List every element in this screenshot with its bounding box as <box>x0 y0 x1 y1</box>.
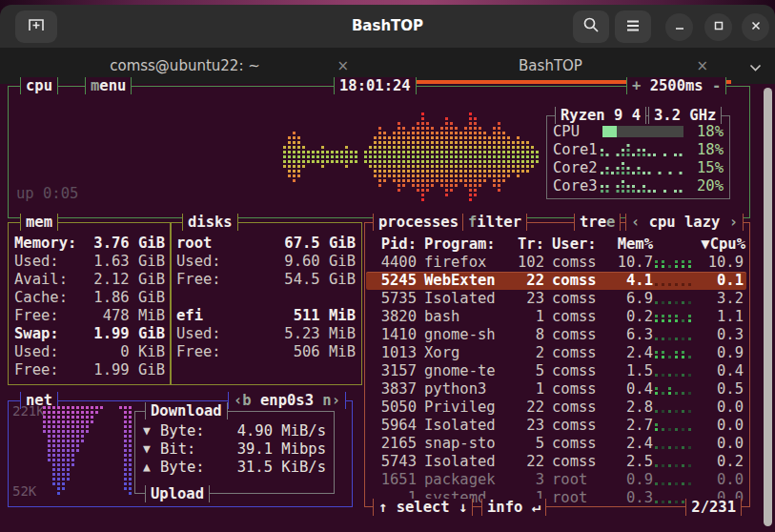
process-user: comss <box>552 308 611 326</box>
process-pid: 5245 <box>369 272 417 290</box>
menu-button[interactable]: menu <box>85 77 132 94</box>
interface-next-button[interactable]: n› <box>322 392 340 409</box>
stat-value: 0 KiB <box>120 343 165 361</box>
sort-prev-button[interactable]: ‹ <box>631 214 640 231</box>
process-cpu-sparkline <box>653 290 699 308</box>
process-row[interactable]: 3837python31comss0.40.5 <box>366 380 746 399</box>
process-row[interactable]: 5743Isolated22comss2.50.2 <box>366 453 746 471</box>
header-pid[interactable]: Pid: <box>369 235 417 254</box>
process-threads: 8 <box>512 326 544 344</box>
chevron-down-icon <box>749 59 762 74</box>
header-user[interactable]: User: <box>552 235 611 254</box>
terminal-scrollbar[interactable] <box>764 88 772 526</box>
close-button[interactable] <box>742 13 769 41</box>
header-mem[interactable]: Mem% <box>611 235 653 254</box>
stat-row: Cache:1.86 GiB <box>9 289 171 307</box>
header-program[interactable]: Program: <box>424 235 512 254</box>
process-cpu: 0.2 <box>699 453 744 471</box>
tree-hotkey: e <box>606 214 615 231</box>
core-graph <box>602 126 683 137</box>
spacer-row <box>171 289 361 307</box>
stat-label: Used: <box>14 253 59 271</box>
process-mem: 2.7 <box>611 417 653 435</box>
process-row[interactable]: 2165snap-sto5comss2.40.0 <box>366 435 746 453</box>
sort-next-button[interactable]: › <box>729 214 738 231</box>
process-mem: 10.7 <box>611 254 653 272</box>
stat-row: efi511 MiB <box>171 307 361 325</box>
process-cpu-sparkline <box>653 326 699 344</box>
process-row[interactable]: 3157gnome-te5comss1.50.4 <box>366 362 746 380</box>
process-threads: 1 <box>512 308 544 326</box>
update-interval-control[interactable]: + 2500ms - <box>626 77 726 94</box>
process-row[interactable]: 3820bash1comss0.21.1 <box>366 308 746 326</box>
network-graph <box>43 406 142 501</box>
maximize-button[interactable] <box>704 13 732 41</box>
process-cpu: 1.1 <box>699 308 744 326</box>
stat-label: Swap: <box>14 325 59 343</box>
core-percent: 15% <box>684 159 724 176</box>
process-row[interactable]: 5964Isolated23comss2.70.0 <box>366 417 746 435</box>
interface-prev-button[interactable]: ‹b <box>234 392 252 409</box>
process-user: comss <box>552 254 611 272</box>
interval-increase-button[interactable]: + <box>632 77 641 94</box>
interval-decrease-button[interactable]: - <box>712 77 721 94</box>
header-threads[interactable]: Tr: <box>512 235 544 254</box>
core-graph <box>601 178 684 194</box>
cpu-box: cpu menu 18:01:24 + 2500ms - up 0:05 Ryz… <box>8 86 750 218</box>
tab-list-chevron-button[interactable] <box>741 55 769 78</box>
arrow-down-icon[interactable]: ↓ <box>459 499 467 516</box>
new-tab-button[interactable] <box>15 10 57 43</box>
process-row[interactable]: 5245WebExten22comss4.10.1 <box>366 272 746 290</box>
filter-label: ilter <box>477 214 521 231</box>
process-row[interactable]: 5050Privileg22comss2.80.0 <box>366 399 746 417</box>
info-control[interactable]: info ↵ <box>481 499 546 516</box>
minimize-icon <box>674 20 685 34</box>
interface-name: enp0s3 <box>260 392 314 409</box>
select-control[interactable]: ↑ select ↓ <box>373 499 473 516</box>
interface-switcher[interactable]: ‹b enp0s3 n› <box>228 392 346 409</box>
core-graph <box>601 142 684 157</box>
minimize-button[interactable] <box>665 13 693 41</box>
process-row[interactable]: 5735Isolated23comss6.93.2 <box>366 290 746 308</box>
select-label: select <box>397 499 450 516</box>
process-row[interactable]: 4400firefox102comss10.710.9 <box>366 254 746 272</box>
stat-label: Used: <box>176 253 221 271</box>
tree-label: tre <box>580 214 606 231</box>
core-percent: 18% <box>683 123 724 140</box>
upload-title: Upload <box>145 485 210 502</box>
net-scale-top: 221K <box>12 403 45 419</box>
sort-selector[interactable]: ‹ cpu lazy › <box>625 214 744 231</box>
process-pid: 5743 <box>369 453 417 471</box>
stat-value: 1.63 GiB <box>93 253 165 271</box>
hamburger-icon <box>625 18 641 36</box>
process-row[interactable]: 1013Xorg2comss2.40.9 <box>366 344 746 362</box>
process-cpu: 0.0 <box>699 417 744 435</box>
core-label: Core3 <box>553 177 601 194</box>
process-cpu-sparkline <box>653 399 699 417</box>
search-button[interactable] <box>573 10 609 43</box>
filter-button[interactable]: filter <box>462 214 527 231</box>
stat-label: Free: <box>14 361 59 379</box>
process-user: comss <box>552 290 611 308</box>
core-label: Core2 <box>553 159 601 176</box>
net-speed-box: Download Upload ▼Byte:4.90 MiB/s▼Bit:39.… <box>134 411 335 494</box>
header-cpu-sort[interactable]: ▼Cpu% <box>699 235 745 254</box>
tree-button[interactable]: tree <box>574 214 621 231</box>
process-cpu: 10.9 <box>699 254 744 272</box>
process-row[interactable]: 1651packagek3root0.90.0 <box>366 471 746 489</box>
main-menu-button[interactable] <box>615 10 651 43</box>
arrow-up-icon[interactable]: ↑ <box>378 499 387 516</box>
process-cpu-sparkline <box>653 344 699 362</box>
process-mem: 2.4 <box>611 435 653 453</box>
process-cpu-sparkline <box>653 435 699 453</box>
process-cpu-sparkline <box>653 380 699 399</box>
sort-mode-label: cpu lazy <box>640 214 728 231</box>
stat-label: Free: <box>14 307 59 325</box>
net-metric-label: Bit: <box>160 440 217 458</box>
process-row[interactable]: 1410gnome-sh8comss6.30.3 <box>366 326 746 344</box>
process-mem: 2.4 <box>611 344 653 362</box>
stat-row: Free:478 MiB <box>9 307 171 325</box>
filter-hotkey: f <box>468 214 477 231</box>
process-user: comss <box>552 380 611 399</box>
terminal-content: cpu menu 18:01:24 + 2500ms - up 0:05 Ryz… <box>0 84 775 532</box>
